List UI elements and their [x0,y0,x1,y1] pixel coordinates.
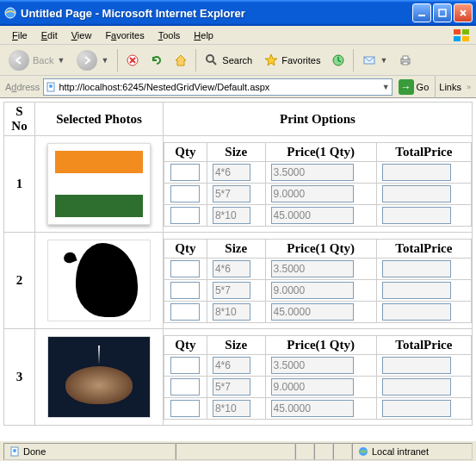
go-button[interactable]: → Go [396,78,432,96]
svg-rect-13 [403,62,408,65]
statusbar: Done Local intranet [0,440,476,461]
table-row: 2QtySizePrice(1 Qty)TotalPrice [4,233,473,329]
svg-point-15 [49,84,53,88]
inner-grid: QtySizePrice(1 Qty)TotalPrice [164,239,472,323]
price-input [271,282,354,299]
price-row [164,279,471,301]
menu-help[interactable]: Help [187,28,220,42]
photo-cell [35,329,164,426]
header-total: TotalPrice [376,335,471,354]
qty-input[interactable] [170,207,200,224]
menu-tools[interactable]: Tools [151,28,188,42]
header-price: Price(1 Qty) [265,239,376,258]
inner-grid: QtySizePrice(1 Qty)TotalPrice [164,142,472,227]
svg-rect-6 [462,36,469,41]
price-row [164,397,471,419]
size-input [213,357,250,374]
total-input [382,282,451,299]
intranet-icon [358,446,368,457]
menubar: File Edit View Favorites Tools Help [0,26,476,45]
print-button[interactable] [396,51,415,70]
ie-icon [3,6,17,20]
total-input [382,357,451,374]
address-input[interactable]: http://localhost:6245/NestedGridView/Def… [43,78,392,96]
price-row [164,354,471,376]
menu-view[interactable]: View [65,28,99,42]
price-input [271,378,354,396]
maximize-button[interactable] [433,3,452,22]
photo-cell [35,136,164,233]
qty-input[interactable] [170,378,200,396]
qty-input[interactable] [170,357,200,374]
mail-button[interactable]: ▼ [359,52,391,69]
photo-cell [35,233,164,329]
total-input [382,303,451,321]
header-price: Price(1 Qty) [265,335,376,354]
sno-cell: 2 [4,233,35,329]
price-row [164,204,471,226]
qty-input[interactable] [170,282,200,299]
outer-grid: S No Selected Photos Print Options 1QtyS… [3,102,473,426]
windows-logo-icon [452,28,473,43]
links-label[interactable]: Links [439,82,461,92]
qty-input[interactable] [170,400,200,417]
price-row [164,301,471,322]
price-input [271,303,354,321]
svg-rect-5 [454,36,461,41]
table-row: 3QtySizePrice(1 Qty)TotalPrice [4,329,473,426]
close-button[interactable] [454,3,473,22]
qty-input[interactable] [170,164,200,181]
forward-button[interactable]: ▼ [73,48,112,72]
menu-favorites[interactable]: Favorites [98,28,151,42]
toolbar: Back ▼ ▼ Search Favorites ▼ [0,45,476,76]
size-input [213,282,250,299]
total-input [382,400,451,417]
options-cell: QtySizePrice(1 Qty)TotalPrice [163,329,472,426]
star-icon [264,53,278,67]
chevron-down-icon: ▼ [57,56,65,65]
header-price: Price(1 Qty) [265,142,376,161]
photo-thumbnail [47,240,151,321]
chevron-down-icon[interactable]: ▼ [382,83,390,91]
qty-input[interactable] [170,303,200,321]
back-button[interactable]: Back ▼ [5,48,68,72]
price-input [271,207,354,224]
qty-input[interactable] [170,260,200,277]
svg-rect-1 [418,15,425,16]
header-photos: Selected Photos [35,103,164,136]
minimize-button[interactable] [412,3,431,22]
favorites-button[interactable]: Favorites [261,52,324,69]
qty-input[interactable] [170,185,200,202]
refresh-button[interactable] [147,51,166,70]
svg-rect-12 [403,56,408,59]
total-input [382,164,451,181]
price-input [271,185,354,202]
address-label: Address [5,82,40,92]
titlebar: Untitled Page - Microsoft Internet Explo… [0,0,476,26]
photo-thumbnail [47,143,151,225]
price-row [164,376,471,397]
go-icon: → [399,79,414,95]
header-total: TotalPrice [376,239,471,258]
search-button[interactable]: Search [201,52,256,69]
sno-cell: 1 [4,136,35,233]
svg-rect-3 [454,29,461,34]
page-content: S No Selected Photos Print Options 1QtyS… [0,98,476,440]
stop-button[interactable] [123,51,142,70]
total-input [382,260,451,277]
svg-rect-2 [439,9,446,16]
price-row [164,258,471,279]
header-qty: Qty [164,239,207,258]
header-size: Size [207,239,265,258]
menu-file[interactable]: File [5,28,34,42]
mail-icon [362,53,376,67]
sno-cell: 3 [4,329,35,426]
size-input [213,378,250,396]
history-button[interactable] [329,51,348,70]
table-row: 1QtySizePrice(1 Qty)TotalPrice [4,136,473,233]
menu-edit[interactable]: Edit [34,28,65,42]
header-size: Size [207,142,265,161]
options-cell: QtySizePrice(1 Qty)TotalPrice [163,233,472,329]
home-button[interactable] [171,51,190,70]
price-input [271,164,354,181]
